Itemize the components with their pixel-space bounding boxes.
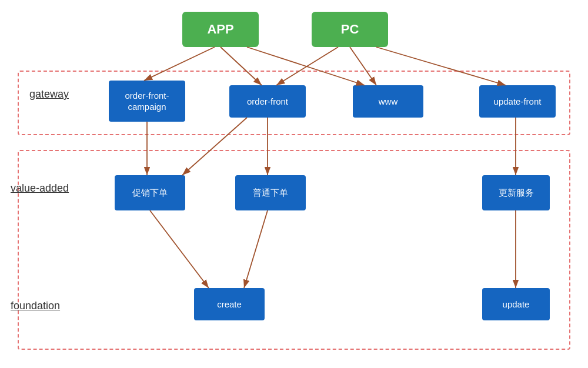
update-service-box: 更新服务 <box>482 175 550 210</box>
diagram-container: gateway value-added foundation APP PC or… <box>0 0 588 368</box>
www-box: www <box>353 85 423 118</box>
update-front-box: update-front <box>479 85 556 118</box>
normal-order-box: 普通下单 <box>235 175 306 210</box>
promo-order-box: 促销下单 <box>115 175 185 210</box>
gateway-label: gateway <box>29 88 69 101</box>
app-box: APP <box>182 12 259 47</box>
order-front-campaign-box: order-front-campaign <box>109 81 185 122</box>
value-added-label: value-added <box>11 182 69 195</box>
foundation-label: foundation <box>11 300 60 312</box>
pc-box: PC <box>312 12 388 47</box>
order-front-box: order-front <box>229 85 306 118</box>
update-box: update <box>482 288 550 320</box>
create-box: create <box>194 288 265 320</box>
